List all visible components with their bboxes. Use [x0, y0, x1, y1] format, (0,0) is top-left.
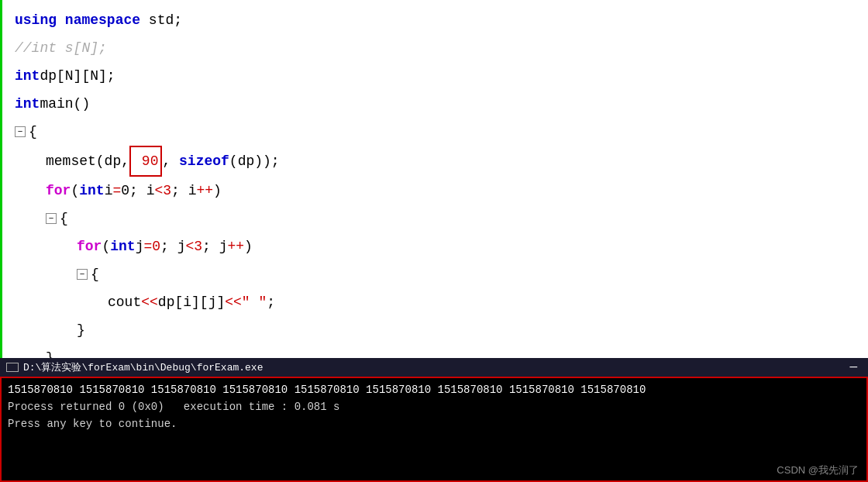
line-open-brace2: −{ [15, 205, 868, 232]
line-memset: memset(dp, 90 , sizeof(dp)); [15, 146, 868, 177]
line-close-brace3: } [15, 316, 868, 344]
kw-for2: for [77, 232, 102, 260]
kw-int-for2: int [110, 232, 135, 260]
line-open-brace3: −{ [15, 260, 868, 288]
terminal-close-btn[interactable]: — [845, 360, 862, 374]
terminal-title-text: D:\算法实验\forExam\bin\Debug\forExam.exe [23, 360, 263, 374]
fold-btn-2[interactable]: − [46, 213, 57, 224]
code-editor: using namespace std; //int s[N]; int dp[… [0, 0, 868, 358]
fold-btn-3[interactable]: − [77, 269, 88, 280]
kw-for1: for [46, 177, 71, 205]
line-cout: cout << dp[i][j] << " "; [15, 288, 868, 316]
line-int-main: int main() [15, 90, 868, 118]
terminal-titlebar: D:\算法实验\forExam\bin\Debug\forExam.exe — [0, 358, 868, 377]
fold-btn-1[interactable]: − [15, 126, 26, 137]
terminal-body: 1515870810 1515870810 1515870810 1515870… [0, 377, 868, 482]
comment-text: //int s[N]; [15, 34, 107, 62]
output-press: Press any key to continue. [8, 415, 860, 432]
monitor-icon [6, 363, 19, 372]
str-space: " " [242, 288, 267, 316]
num-3-2: 3 [194, 232, 202, 260]
csdn-watermark: CSDN @我先润了 [777, 463, 859, 477]
terminal-wrapper: D:\算法实验\forExam\bin\Debug\forExam.exe — … [0, 358, 868, 482]
line-close-brace2: } [15, 344, 868, 358]
num-3-1: 3 [163, 177, 171, 205]
kw-namespace: namespace [65, 12, 140, 28]
line-comment: //int s[N]; [15, 34, 868, 62]
line-int-dp: int dp[N][N]; [15, 62, 868, 90]
num-0: 0 [152, 232, 160, 260]
kw-int1: int [15, 62, 40, 90]
highlight-90: 90 [129, 146, 162, 177]
output-numbers: 1515870810 1515870810 1515870810 1515870… [8, 381, 860, 398]
kw-using: using [15, 12, 57, 28]
line-using: using namespace std; [15, 6, 868, 34]
output-process: Process returned 0 (0x0) execution time … [8, 398, 860, 415]
line-for2: for(int j = 0; j < 3; j++) [15, 232, 868, 260]
kw-int2: int [15, 90, 40, 118]
kw-int-for1: int [79, 177, 104, 205]
code-lines: using namespace std; //int s[N]; int dp[… [2, 6, 868, 358]
line-for1: for(int i = 0; i < 3; i++) [15, 177, 868, 205]
line-open-brace1: −{ [15, 118, 868, 146]
terminal-title-left: D:\算法实验\forExam\bin\Debug\forExam.exe [6, 360, 263, 374]
kw-sizeof: sizeof [179, 147, 229, 175]
